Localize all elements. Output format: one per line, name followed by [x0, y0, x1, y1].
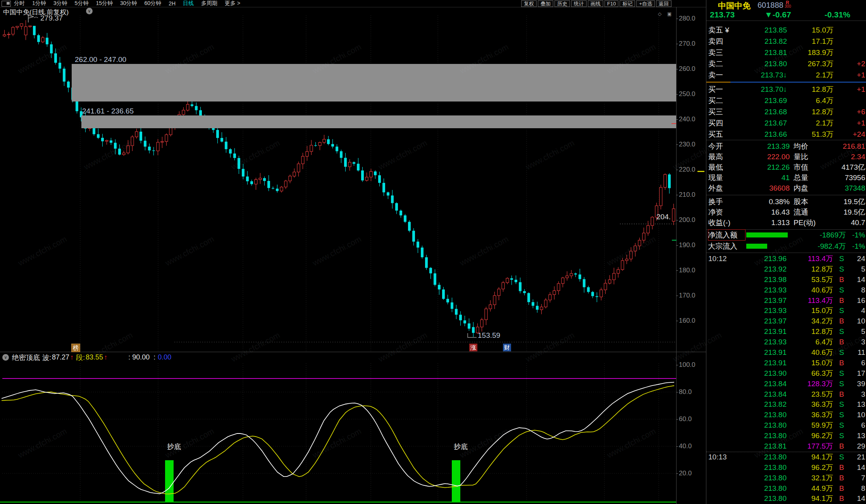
- level-price: 213.68: [735, 106, 787, 117]
- tape-side-flag: S: [833, 379, 850, 389]
- level-label: 买五: [708, 129, 735, 140]
- indicator-axis-label: 20.0: [679, 470, 692, 477]
- level-label: 买四: [708, 117, 735, 129]
- indicator-axis-label: 40.0: [679, 442, 692, 450]
- tape-count: 21: [850, 452, 865, 463]
- level-volume: 2.1万: [787, 69, 833, 81]
- panel-layout-icon[interactable]: ▣: [667, 11, 671, 17]
- tape-row: 10:13213.8094.1万S21: [706, 452, 866, 463]
- tape-time: [708, 358, 733, 368]
- wave-value: 87.27: [52, 353, 69, 361]
- green-marker-dash: [672, 240, 677, 241]
- tape-count: 39: [850, 379, 865, 389]
- tape-count: 3: [850, 389, 865, 400]
- tape-time: [708, 483, 733, 494]
- indicator-name[interactable]: 绝密顶底: [12, 353, 40, 362]
- diamond-icon[interactable]: ◇: [658, 11, 661, 17]
- tape-volume: 36.3万: [787, 410, 833, 420]
- flow-bar: [745, 244, 804, 249]
- level-price: 213.66: [735, 129, 787, 140]
- level-price: 213.67: [735, 117, 787, 129]
- level-delta: +1: [833, 117, 865, 129]
- level-volume: 12.8万: [787, 84, 833, 95]
- tape-price: 213.80: [733, 452, 787, 463]
- tape-price: 213.80: [733, 420, 787, 431]
- indicator-param1: : 90.00: [128, 353, 150, 361]
- indicator-chart-area[interactable]: [0, 362, 676, 504]
- tape-volume: 66.3万: [787, 368, 833, 379]
- chevron-down-icon[interactable]: ∨: [2, 354, 9, 361]
- tape-time: 10:13: [708, 452, 733, 463]
- tape-side-flag: B: [833, 316, 850, 327]
- flow-value: -1869万: [804, 229, 846, 241]
- tape-row: 213.8094.1万B14: [706, 494, 866, 504]
- tape-volume: 113.4万: [787, 254, 833, 264]
- tape-price: 213.80: [733, 410, 787, 420]
- tape-time: [708, 347, 733, 358]
- stat-label: 股本: [790, 196, 831, 207]
- order-book-row[interactable]: 卖一213.73↓2.1万+1: [706, 69, 866, 81]
- level-delta: [833, 24, 865, 36]
- stat-label: 总量: [790, 172, 831, 183]
- tape-time: [708, 431, 733, 441]
- tape-row: 213.8096.2万B14: [706, 463, 866, 473]
- tape-price: 213.97: [733, 316, 787, 327]
- order-book-row[interactable]: 卖三213.81183.9万: [706, 47, 866, 58]
- price-axis-label: 180.0: [679, 267, 696, 274]
- order-book-row[interactable]: 买四213.672.1万+1: [706, 117, 866, 129]
- tape-side-flag: B: [833, 473, 850, 483]
- tape-volume: 96.2万: [787, 463, 833, 473]
- buy-signal-label: 抄底: [167, 442, 181, 451]
- stat-value: 41: [747, 172, 790, 183]
- last-price: 213.73: [710, 10, 735, 19]
- order-book-row[interactable]: 买三213.6812.8万+6: [706, 106, 866, 117]
- stat-value: 222.00: [747, 151, 790, 162]
- chevron-down-icon[interactable]: ∨: [86, 8, 93, 14]
- tape-time: [708, 399, 733, 410]
- tape-side-flag: S: [833, 368, 850, 379]
- level-price: 213.80: [735, 58, 787, 69]
- stock-name[interactable]: 中国中免: [718, 0, 751, 11]
- tape-volume: 94.1万: [787, 452, 833, 463]
- divider: [706, 140, 866, 140]
- order-book-row[interactable]: 买二213.696.4万: [706, 95, 866, 106]
- red-marker-dash: [671, 123, 676, 124]
- level-price: 213.81: [735, 47, 787, 58]
- order-book-row[interactable]: 卖四213.8217.1万: [706, 36, 866, 47]
- tape-count: 14: [850, 494, 865, 504]
- tape-row: 213.8423.5万B3: [706, 389, 866, 400]
- tape-time: [708, 264, 733, 275]
- bang-badge[interactable]: 榜: [71, 344, 80, 352]
- tape-price: 213.91: [733, 347, 787, 358]
- tape-price: 213.84: [733, 379, 787, 389]
- tape-time: [708, 379, 733, 389]
- order-book-row[interactable]: 卖二213.80267.3万+2: [706, 58, 866, 69]
- order-book-row[interactable]: 卖五 ¥213.8515.0万: [706, 24, 866, 36]
- tape-side-flag: S: [833, 306, 850, 316]
- tape-count: 13: [850, 399, 865, 410]
- stat-value: 1.313: [747, 217, 790, 228]
- level-label: 买二: [708, 95, 735, 106]
- price-axis-label: 270.0: [679, 40, 696, 48]
- zhang-badge[interactable]: 涨: [469, 344, 477, 351]
- tape-side-flag: B: [833, 483, 850, 494]
- tape-count: 6: [850, 358, 865, 368]
- cai-badge[interactable]: 财: [503, 344, 511, 351]
- indicator-header: ∨ 绝密顶底 波:87.27↑ 段:83.55↑ : 90.00 :0.00: [0, 353, 174, 362]
- tape-volume: 94.1万: [787, 494, 833, 504]
- tape-row: 213.9115.0万B6: [706, 358, 866, 368]
- order-book-row[interactable]: 买五213.6651.3万+24: [706, 129, 866, 140]
- tick-tape-list[interactable]: 10:12213.96113.4万S24213.9212.8万S5213.985…: [706, 254, 866, 504]
- wave-label: 波:: [42, 353, 51, 362]
- stat-label: 最低: [708, 162, 747, 172]
- stat-label: 均价: [790, 141, 831, 151]
- price-axis-label: 160.0: [679, 317, 696, 325]
- tape-row: 10:12213.96113.4万S24: [706, 254, 866, 264]
- tape-count: 24: [850, 254, 865, 264]
- tape-row: 213.9315.0万S4: [706, 306, 866, 316]
- level-volume: 6.4万: [787, 95, 833, 106]
- stat-value: 16.43: [747, 207, 790, 217]
- sell-queue: 卖五 ¥213.8515.0万卖四213.8217.1万卖三213.81183.…: [706, 24, 866, 81]
- order-book-row[interactable]: 买一213.70↓12.8万+1: [706, 84, 866, 95]
- tape-count: 3: [850, 337, 865, 347]
